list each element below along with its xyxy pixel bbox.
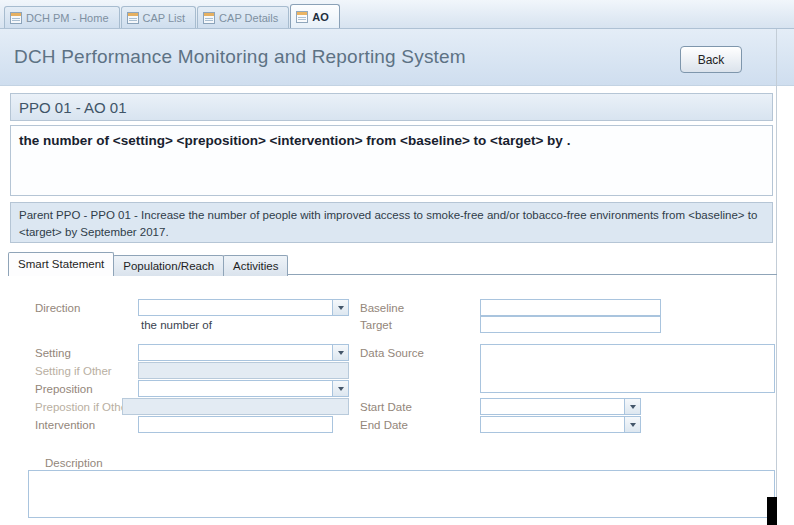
doc-tab-ao[interactable]: AO [290, 4, 340, 28]
tab-activities[interactable]: Activities [223, 255, 288, 276]
doc-tab-label: CAP Details [219, 12, 278, 24]
setting-if-other-label: Setting if Other [35, 365, 112, 377]
document-tab-bar: DCH PM - Home CAP List CAP Details AO [0, 0, 794, 29]
start-date-label: Start Date [360, 401, 412, 413]
target-label: Target [360, 319, 392, 331]
doc-tab-cap-details[interactable]: CAP Details [197, 6, 289, 28]
preposition-if-other-input [122, 398, 349, 415]
setting-combobox[interactable] [138, 344, 349, 361]
preposition-combobox[interactable] [138, 380, 349, 397]
direction-hint-text: the number of [141, 319, 212, 331]
intervention-label: Intervention [35, 419, 95, 431]
app-window: DCH PM - Home CAP List CAP Details AO DC… [0, 0, 794, 525]
preposition-value [139, 381, 332, 396]
doc-tab-label: CAP List [143, 12, 186, 24]
direction-dropdown-button[interactable] [332, 300, 348, 315]
smart-statement-box: the number of <setting> <preposition> <i… [10, 125, 773, 196]
doc-tab-dch-pm-home[interactable]: DCH PM - Home [4, 6, 120, 28]
chevron-down-icon [338, 351, 344, 355]
end-date-value [481, 417, 624, 432]
doc-tab-cap-list[interactable]: CAP List [121, 6, 197, 28]
direction-value [139, 300, 332, 315]
baseline-input[interactable] [480, 299, 661, 316]
form-icon [10, 12, 22, 24]
end-date-dropdown-button[interactable] [624, 417, 640, 432]
doc-tab-label: DCH PM - Home [26, 12, 109, 24]
direction-label: Direction [35, 302, 80, 314]
setting-label: Setting [35, 347, 71, 359]
setting-value [139, 345, 332, 360]
direction-combobox[interactable] [138, 299, 349, 316]
preposition-label: Preposition [35, 383, 93, 395]
ppo-title-box: PPO 01 - AO 01 [10, 93, 773, 121]
baseline-label: Baseline [360, 302, 404, 314]
parent-ppo-box: Parent PPO - PPO 01 - Increase the numbe… [10, 202, 773, 243]
screenshot-artifact [767, 497, 777, 525]
description-label: Description [45, 457, 103, 469]
doc-tab-label: AO [312, 11, 329, 23]
form-icon [203, 12, 215, 24]
chevron-down-icon [338, 387, 344, 391]
start-date-dropdown-button[interactable] [624, 399, 640, 414]
ppo-title: PPO 01 - AO 01 [11, 94, 772, 116]
end-date-combobox[interactable] [480, 416, 641, 433]
form-icon [296, 11, 308, 23]
description-input[interactable] [28, 470, 775, 518]
form-icon [127, 12, 139, 24]
preposition-dropdown-button[interactable] [332, 381, 348, 396]
preposition-if-other-label: Prepostion if Other [35, 401, 131, 413]
setting-if-other-input [138, 362, 349, 379]
start-date-value [481, 399, 624, 414]
tab-population-reach[interactable]: Population/Reach [113, 255, 224, 276]
chevron-down-icon [630, 423, 636, 427]
page-title: DCH Performance Monitoring and Reporting… [14, 46, 466, 68]
chevron-down-icon [630, 405, 636, 409]
intervention-input[interactable] [138, 416, 333, 433]
end-date-label: End Date [360, 419, 408, 431]
setting-dropdown-button[interactable] [332, 345, 348, 360]
form-tab-bar: Smart Statement Population/Reach Activit… [8, 252, 287, 276]
target-input[interactable] [480, 316, 661, 333]
data-source-input[interactable] [480, 344, 775, 393]
start-date-combobox[interactable] [480, 398, 641, 415]
data-source-label: Data Source [360, 347, 424, 359]
parent-ppo-text: Parent PPO - PPO 01 - Increase the numbe… [11, 203, 772, 240]
smart-statement-text: the number of <setting> <preposition> <i… [11, 126, 772, 148]
chevron-down-icon [338, 306, 344, 310]
back-button[interactable]: Back [680, 46, 742, 73]
tab-smart-statement[interactable]: Smart Statement [8, 252, 114, 276]
